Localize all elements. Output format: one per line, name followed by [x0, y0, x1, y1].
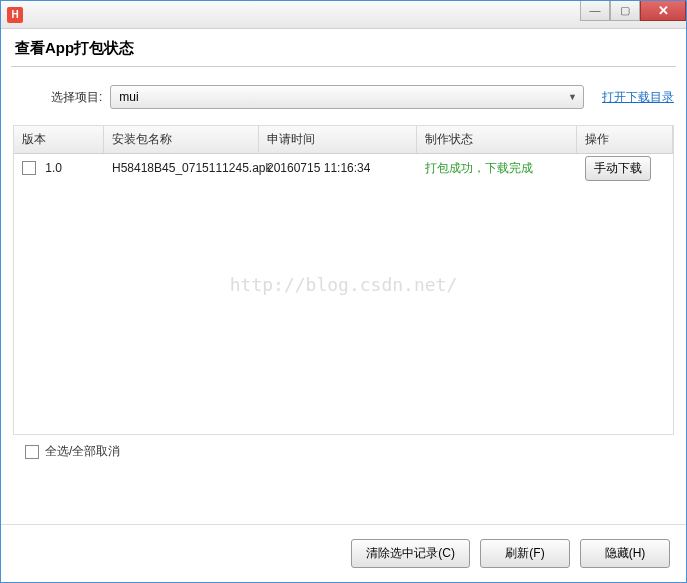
bottom-bar: 清除选中记录(C) 刷新(F) 隐藏(H)	[1, 524, 686, 582]
watermark: http://blog.csdn.net/	[230, 274, 458, 295]
project-label: 选择项目:	[51, 89, 102, 106]
content-area: 选择项目: mui 打开下载目录 版本 安装包名称 申请时间 制作状态 操作 1…	[1, 67, 686, 468]
select-all-checkbox[interactable]	[25, 445, 39, 459]
cell-version: 1.0	[14, 161, 104, 176]
hide-button[interactable]: 隐藏(H)	[580, 539, 670, 568]
table-body: 1.0 H58418B45_0715111245.apk 20160715 11…	[14, 154, 673, 434]
table-row[interactable]: 1.0 H58418B45_0715111245.apk 20160715 11…	[14, 154, 673, 182]
maximize-button[interactable]: ▢	[610, 0, 640, 21]
window-controls: — ▢ ✕	[580, 1, 686, 28]
manual-download-button[interactable]: 手动下载	[585, 156, 651, 181]
clear-selected-button[interactable]: 清除选中记录(C)	[351, 539, 470, 568]
select-all-label: 全选/全部取消	[45, 443, 120, 460]
header-operation[interactable]: 操作	[577, 126, 673, 153]
cell-status: 打包成功，下载完成	[417, 160, 577, 177]
project-selector-row: 选择项目: mui 打开下载目录	[13, 85, 674, 109]
select-all-row: 全选/全部取消	[13, 435, 674, 468]
project-selected-value: mui	[119, 90, 138, 104]
open-download-dir-link[interactable]: 打开下载目录	[602, 89, 674, 106]
close-button[interactable]: ✕	[640, 0, 686, 21]
minimize-button[interactable]: —	[580, 0, 610, 21]
refresh-button[interactable]: 刷新(F)	[480, 539, 570, 568]
app-icon: H	[7, 7, 23, 23]
row-checkbox[interactable]	[22, 161, 36, 175]
cell-package: H58418B45_0715111245.apk	[104, 161, 259, 175]
cell-operation: 手动下载	[577, 156, 673, 181]
project-dropdown[interactable]: mui	[110, 85, 584, 109]
header-package[interactable]: 安装包名称	[104, 126, 259, 153]
cell-time: 20160715 11:16:34	[259, 161, 417, 175]
dialog-title: 查看App打包状态	[1, 29, 686, 64]
table-header: 版本 安装包名称 申请时间 制作状态 操作	[14, 126, 673, 154]
version-value: 1.0	[45, 161, 62, 175]
header-version[interactable]: 版本	[14, 126, 104, 153]
title-bar: H — ▢ ✕	[1, 1, 686, 29]
header-status[interactable]: 制作状态	[417, 126, 577, 153]
header-time[interactable]: 申请时间	[259, 126, 417, 153]
table: 版本 安装包名称 申请时间 制作状态 操作 1.0 H58418B45_0715…	[13, 125, 674, 435]
